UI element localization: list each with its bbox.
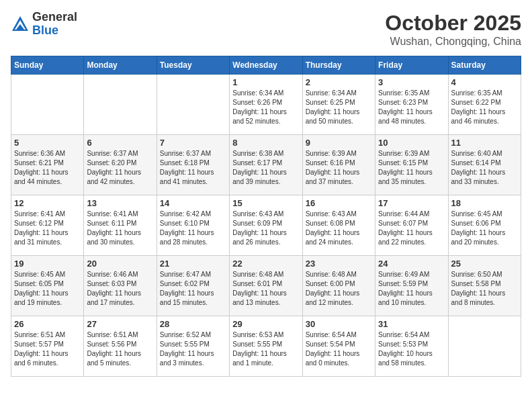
calendar-table: Sunday Monday Tuesday Wednesday Thursday… xyxy=(11,56,521,377)
logo-text: General Blue xyxy=(32,11,77,38)
cell-2-1: 13Sunrise: 6:41 AM Sunset: 6:11 PM Dayli… xyxy=(84,195,157,256)
day-number-23: 23 xyxy=(306,259,372,269)
day-info-11: Sunrise: 6:40 AM Sunset: 6:14 PM Dayligh… xyxy=(451,149,518,187)
cell-4-2: 28Sunrise: 6:52 AM Sunset: 5:55 PM Dayli… xyxy=(157,316,229,377)
cell-3-5: 24Sunrise: 6:49 AM Sunset: 5:59 PM Dayli… xyxy=(375,256,448,316)
header-row: Sunday Monday Tuesday Wednesday Thursday… xyxy=(11,56,521,75)
day-number-25: 25 xyxy=(451,259,518,269)
day-number-22: 22 xyxy=(232,259,299,269)
cell-0-6: 4Sunrise: 6:35 AM Sunset: 6:22 PM Daylig… xyxy=(448,75,521,135)
day-info-17: Sunrise: 6:44 AM Sunset: 6:07 PM Dayligh… xyxy=(378,210,445,247)
day-number-29: 29 xyxy=(232,319,299,329)
day-info-14: Sunrise: 6:42 AM Sunset: 6:10 PM Dayligh… xyxy=(160,210,226,247)
day-info-24: Sunrise: 6:49 AM Sunset: 5:59 PM Dayligh… xyxy=(378,270,445,308)
day-number-15: 15 xyxy=(232,198,299,208)
month-title: October 2025 xyxy=(385,11,521,36)
cell-1-0: 5Sunrise: 6:36 AM Sunset: 6:21 PM Daylig… xyxy=(11,135,84,195)
cell-3-6: 25Sunrise: 6:50 AM Sunset: 5:58 PM Dayli… xyxy=(448,256,521,316)
day-info-7: Sunrise: 6:37 AM Sunset: 6:18 PM Dayligh… xyxy=(160,149,226,187)
day-info-6: Sunrise: 6:37 AM Sunset: 6:20 PM Dayligh… xyxy=(87,149,153,187)
day-info-3: Sunrise: 6:35 AM Sunset: 6:23 PM Dayligh… xyxy=(378,89,445,126)
day-number-9: 9 xyxy=(306,138,372,148)
day-info-16: Sunrise: 6:43 AM Sunset: 6:08 PM Dayligh… xyxy=(306,210,372,247)
cell-2-0: 12Sunrise: 6:41 AM Sunset: 6:12 PM Dayli… xyxy=(11,195,84,256)
day-info-8: Sunrise: 6:38 AM Sunset: 6:17 PM Dayligh… xyxy=(232,149,299,187)
cell-4-0: 26Sunrise: 6:51 AM Sunset: 5:57 PM Dayli… xyxy=(11,316,84,377)
cell-4-6 xyxy=(448,316,521,377)
col-saturday: Saturday xyxy=(448,56,521,75)
week-row-1: 5Sunrise: 6:36 AM Sunset: 6:21 PM Daylig… xyxy=(11,135,521,195)
day-info-1: Sunrise: 6:34 AM Sunset: 6:26 PM Dayligh… xyxy=(232,89,299,126)
week-row-3: 19Sunrise: 6:45 AM Sunset: 6:05 PM Dayli… xyxy=(11,256,521,316)
day-info-23: Sunrise: 6:48 AM Sunset: 6:00 PM Dayligh… xyxy=(306,270,372,308)
logo: General Blue xyxy=(11,11,77,38)
cell-4-1: 27Sunrise: 6:51 AM Sunset: 5:56 PM Dayli… xyxy=(84,316,157,377)
day-info-13: Sunrise: 6:41 AM Sunset: 6:11 PM Dayligh… xyxy=(87,210,153,247)
day-number-21: 21 xyxy=(160,259,226,269)
cell-3-2: 21Sunrise: 6:47 AM Sunset: 6:02 PM Dayli… xyxy=(157,256,229,316)
cell-4-4: 30Sunrise: 6:54 AM Sunset: 5:54 PM Dayli… xyxy=(302,316,375,377)
day-number-11: 11 xyxy=(451,138,518,148)
page-header: General Blue October 2025 Wushan, Chongq… xyxy=(11,11,521,48)
col-friday: Friday xyxy=(375,56,448,75)
cell-0-4: 2Sunrise: 6:34 AM Sunset: 6:25 PM Daylig… xyxy=(302,75,375,135)
week-row-0: 1Sunrise: 6:34 AM Sunset: 6:26 PM Daylig… xyxy=(11,75,521,135)
day-info-18: Sunrise: 6:45 AM Sunset: 6:06 PM Dayligh… xyxy=(451,210,518,247)
day-info-21: Sunrise: 6:47 AM Sunset: 6:02 PM Dayligh… xyxy=(160,270,226,308)
day-number-13: 13 xyxy=(87,198,153,208)
day-number-2: 2 xyxy=(306,77,372,87)
day-number-24: 24 xyxy=(378,259,445,269)
day-number-6: 6 xyxy=(87,138,153,148)
cell-1-1: 6Sunrise: 6:37 AM Sunset: 6:20 PM Daylig… xyxy=(84,135,157,195)
cell-0-3: 1Sunrise: 6:34 AM Sunset: 6:26 PM Daylig… xyxy=(230,75,302,135)
day-number-20: 20 xyxy=(87,259,153,269)
cell-0-5: 3Sunrise: 6:35 AM Sunset: 6:23 PM Daylig… xyxy=(375,75,448,135)
day-info-20: Sunrise: 6:46 AM Sunset: 6:03 PM Dayligh… xyxy=(87,270,153,308)
cell-0-0 xyxy=(11,75,84,135)
day-number-19: 19 xyxy=(14,259,81,269)
title-block: October 2025 Wushan, Chongqing, China xyxy=(385,11,521,48)
day-number-1: 1 xyxy=(232,77,299,87)
cell-1-5: 10Sunrise: 6:39 AM Sunset: 6:15 PM Dayli… xyxy=(375,135,448,195)
day-number-18: 18 xyxy=(451,198,518,208)
day-number-17: 17 xyxy=(378,198,445,208)
day-info-27: Sunrise: 6:51 AM Sunset: 5:56 PM Dayligh… xyxy=(87,330,153,368)
day-number-12: 12 xyxy=(14,198,81,208)
day-number-4: 4 xyxy=(451,77,518,87)
col-thursday: Thursday xyxy=(302,56,375,75)
day-number-7: 7 xyxy=(160,138,226,148)
day-info-19: Sunrise: 6:45 AM Sunset: 6:05 PM Dayligh… xyxy=(14,270,81,308)
cell-3-4: 23Sunrise: 6:48 AM Sunset: 6:00 PM Dayli… xyxy=(302,256,375,316)
cell-2-2: 14Sunrise: 6:42 AM Sunset: 6:10 PM Dayli… xyxy=(157,195,229,256)
day-info-28: Sunrise: 6:52 AM Sunset: 5:55 PM Dayligh… xyxy=(160,330,226,368)
week-row-4: 26Sunrise: 6:51 AM Sunset: 5:57 PM Dayli… xyxy=(11,316,521,377)
cell-3-1: 20Sunrise: 6:46 AM Sunset: 6:03 PM Dayli… xyxy=(84,256,157,316)
col-sunday: Sunday xyxy=(11,56,84,75)
cell-4-3: 29Sunrise: 6:53 AM Sunset: 5:55 PM Dayli… xyxy=(230,316,302,377)
day-info-2: Sunrise: 6:34 AM Sunset: 6:25 PM Dayligh… xyxy=(306,89,372,126)
day-info-29: Sunrise: 6:53 AM Sunset: 5:55 PM Dayligh… xyxy=(232,330,299,368)
day-number-31: 31 xyxy=(378,319,445,329)
cell-1-6: 11Sunrise: 6:40 AM Sunset: 6:14 PM Dayli… xyxy=(448,135,521,195)
day-info-25: Sunrise: 6:50 AM Sunset: 5:58 PM Dayligh… xyxy=(451,270,518,308)
cell-3-0: 19Sunrise: 6:45 AM Sunset: 6:05 PM Dayli… xyxy=(11,256,84,316)
cell-2-5: 17Sunrise: 6:44 AM Sunset: 6:07 PM Dayli… xyxy=(375,195,448,256)
day-number-26: 26 xyxy=(14,319,81,329)
logo-icon xyxy=(11,15,30,34)
logo-general-text: General xyxy=(32,11,77,24)
day-number-5: 5 xyxy=(14,138,81,148)
day-number-30: 30 xyxy=(306,319,372,329)
cell-1-4: 9Sunrise: 6:39 AM Sunset: 6:16 PM Daylig… xyxy=(302,135,375,195)
cell-2-6: 18Sunrise: 6:45 AM Sunset: 6:06 PM Dayli… xyxy=(448,195,521,256)
logo-blue-text: Blue xyxy=(32,24,77,38)
col-tuesday: Tuesday xyxy=(157,56,229,75)
day-info-5: Sunrise: 6:36 AM Sunset: 6:21 PM Dayligh… xyxy=(14,149,81,187)
cell-0-1 xyxy=(84,75,157,135)
day-number-8: 8 xyxy=(232,138,299,148)
day-info-10: Sunrise: 6:39 AM Sunset: 6:15 PM Dayligh… xyxy=(378,149,445,187)
day-info-15: Sunrise: 6:43 AM Sunset: 6:09 PM Dayligh… xyxy=(232,210,299,247)
cell-1-2: 7Sunrise: 6:37 AM Sunset: 6:18 PM Daylig… xyxy=(157,135,229,195)
cell-2-3: 15Sunrise: 6:43 AM Sunset: 6:09 PM Dayli… xyxy=(230,195,302,256)
day-info-26: Sunrise: 6:51 AM Sunset: 5:57 PM Dayligh… xyxy=(14,330,81,368)
day-number-10: 10 xyxy=(378,138,445,148)
